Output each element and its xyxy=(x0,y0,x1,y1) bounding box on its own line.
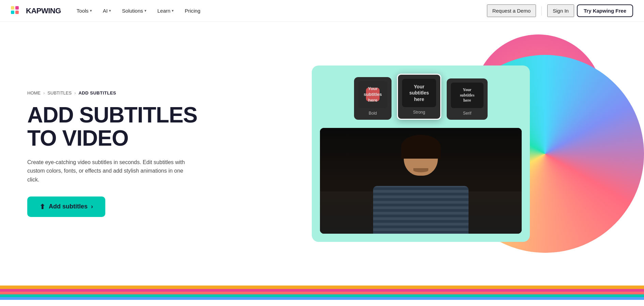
style-card-bold[interactable]: Yoursubtitleshere Bold xyxy=(354,77,392,120)
add-subtitles-button[interactable]: ⬆ Add subtitles › xyxy=(27,196,105,217)
breadcrumb-subtitles[interactable]: SUBTITLES xyxy=(47,90,72,96)
nav-links: Tools ▾ AI ▾ Solutions ▾ Learn ▾ Pricing xyxy=(72,5,205,16)
style-serif-label: Serif xyxy=(463,111,472,116)
chevron-down-icon: ▾ xyxy=(90,9,92,13)
logo[interactable]: KAPWING xyxy=(11,6,61,16)
style-card-strong[interactable]: Yoursubtitleshere Strong xyxy=(397,74,441,120)
try-free-button[interactable]: Try Kapwing Free xyxy=(577,4,633,17)
logo-text: KAPWING xyxy=(26,6,61,15)
breadcrumb-home[interactable]: HOME xyxy=(27,90,41,96)
breadcrumb-current: ADD SUBTITLES xyxy=(78,90,116,96)
upload-icon: ⬆ xyxy=(40,203,45,211)
breadcrumb: HOME › SUBTITLES › ADD SUBTITLES xyxy=(27,90,225,96)
breadcrumb-sep1: › xyxy=(43,90,45,96)
chevron-down-icon: ▾ xyxy=(109,9,111,13)
hero-visual: Yoursubtitleshere Bold Yoursubtitleshere… xyxy=(225,62,617,246)
nav-pricing[interactable]: Pricing xyxy=(180,5,205,16)
navbar: KAPWING Tools ▾ AI ▾ Solutions ▾ Learn ▾… xyxy=(0,0,644,22)
style-card-serif-preview: Yoursubtitleshere xyxy=(451,83,484,108)
preview-card: Yoursubtitleshere Bold Yoursubtitleshere… xyxy=(312,65,530,242)
main-content: HOME › SUBTITLES › ADD SUBTITLES ADD SUB… xyxy=(0,22,644,286)
nav-left: KAPWING Tools ▾ AI ▾ Solutions ▾ Learn ▾… xyxy=(11,5,205,16)
style-card-strong-preview: Yoursubtitleshere xyxy=(402,79,436,107)
style-card-serif[interactable]: Yoursubtitleshere Serif xyxy=(447,78,488,120)
nav-tools[interactable]: Tools ▾ xyxy=(72,5,97,16)
request-demo-button[interactable]: Request a Demo xyxy=(487,4,536,17)
sign-in-button[interactable]: Sign In xyxy=(547,4,574,17)
chevron-down-icon: ▾ xyxy=(172,9,174,13)
nav-divider xyxy=(541,6,542,16)
hero-title: ADD SUBTITLES TO VIDEO xyxy=(27,104,225,149)
hero-left: HOME › SUBTITLES › ADD SUBTITLES ADD SUB… xyxy=(27,90,225,217)
style-cards-row: Yoursubtitleshere Bold Yoursubtitleshere… xyxy=(320,74,522,122)
nav-ai[interactable]: AI ▾ xyxy=(98,5,116,16)
chevron-down-icon: ▾ xyxy=(144,9,147,13)
nav-solutions[interactable]: Solutions ▾ xyxy=(117,5,151,16)
arrow-right-icon: › xyxy=(91,203,93,210)
nav-right: Request a Demo Sign In Try Kapwing Free xyxy=(487,4,633,17)
hero-description: Create eye-catching video subtitles in s… xyxy=(27,158,191,184)
style-bold-label: Bold xyxy=(369,111,377,116)
video-preview: it has saved me somuch time. xyxy=(320,128,522,234)
breadcrumb-sep2: › xyxy=(74,90,76,96)
video-person: it has saved me somuch time. xyxy=(320,128,522,234)
style-strong-label: Strong xyxy=(413,110,425,115)
style-card-bold-preview: Yoursubtitleshere xyxy=(358,81,387,108)
nav-learn[interactable]: Learn ▾ xyxy=(153,5,179,16)
logo-icon xyxy=(11,6,23,16)
